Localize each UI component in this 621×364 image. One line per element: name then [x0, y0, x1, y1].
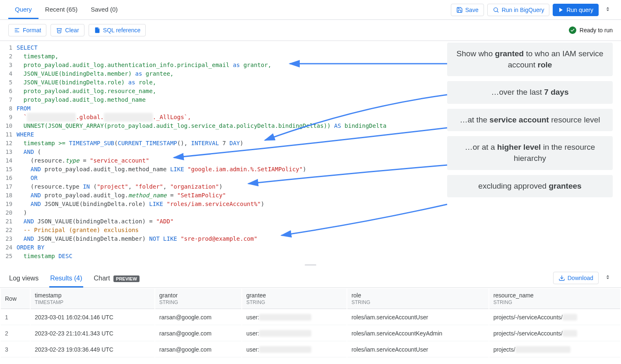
run-query-label: Run query — [566, 7, 593, 13]
download-button[interactable]: Download — [553, 272, 599, 284]
more-icon[interactable] — [603, 4, 613, 16]
download-label: Download — [568, 275, 593, 281]
results-table: Row timestampTIMESTAMP grantorSTRING gra… — [0, 288, 621, 358]
clear-button[interactable]: Clear — [51, 24, 84, 36]
annotation-grantor: Show who granted to who an IAM service a… — [447, 43, 613, 76]
run-query-button[interactable]: Run query — [553, 4, 599, 16]
annotation-timerange: …over the last 7 days — [447, 81, 613, 104]
status-ok-icon — [569, 26, 576, 34]
tab-saved[interactable]: Saved (0) — [84, 1, 124, 19]
save-button[interactable]: Save — [451, 4, 484, 16]
clear-label: Clear — [65, 27, 79, 34]
run-bq-label: Run in BigQuery — [502, 7, 544, 13]
resize-handle[interactable] — [0, 263, 621, 266]
save-icon — [456, 7, 463, 13]
play-icon — [558, 7, 564, 13]
run-bigquery-button[interactable]: Run in BigQuery — [487, 4, 550, 16]
format-label: Format — [23, 27, 41, 34]
annotation-higher-level: …or at a higher level in the resource hi… — [447, 136, 613, 170]
table-row[interactable]: 1 2023-03-01 16:02:04.146 UTC rarsan@goo… — [1, 310, 620, 325]
annotations-panel: Show who granted to who an IAM service a… — [447, 43, 613, 202]
tab-log-views[interactable]: Log views — [8, 271, 39, 287]
format-button[interactable]: Format — [8, 24, 46, 36]
sql-reference-button[interactable]: SQL reference — [89, 24, 146, 36]
bigquery-icon — [493, 7, 499, 13]
sqlref-label: SQL reference — [103, 27, 141, 34]
doc-icon — [94, 27, 101, 34]
annotation-exclusions: excluding approved grantees — [447, 175, 613, 198]
tab-query[interactable]: Query — [8, 1, 39, 19]
svg-marker-2 — [559, 7, 563, 12]
table-row[interactable]: 3 2023-02-23 19:03:36.449 UTC rarsan@goo… — [1, 342, 620, 357]
more-results-icon[interactable] — [603, 272, 613, 284]
trash-icon — [56, 27, 63, 34]
svg-line-1 — [497, 11, 498, 12]
save-label: Save — [465, 7, 479, 13]
tab-results[interactable]: Results (4) — [49, 271, 83, 287]
annotation-sa-level: …at the service account resource level — [447, 109, 613, 132]
table-row[interactable]: 2 2023-02-23 21:10:41.343 UTC rarsan@goo… — [1, 326, 620, 341]
tab-chart[interactable]: Chart PREVIEW — [93, 271, 140, 287]
download-icon — [558, 275, 565, 281]
status-text: Ready to run — [580, 27, 613, 34]
tab-recent[interactable]: Recent (65) — [39, 1, 84, 19]
format-icon — [14, 27, 20, 34]
svg-point-0 — [493, 7, 497, 11]
preview-badge: PREVIEW — [113, 275, 140, 282]
